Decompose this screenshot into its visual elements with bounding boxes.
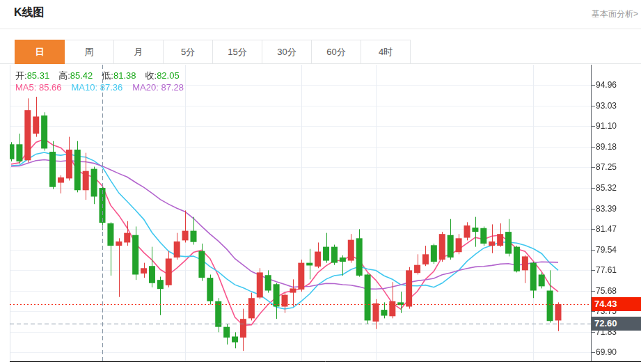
tab-4时[interactable]: 4时 bbox=[361, 40, 411, 64]
ma10-readout: MA10: 87.36 bbox=[72, 82, 123, 93]
kline-module: K线图 基本面分析> 日周月5分15分30分60分4时 开:85.31高:85.… bbox=[0, 0, 641, 364]
y-axis-label: 87.25 bbox=[596, 162, 617, 172]
tab-30分[interactable]: 30分 bbox=[262, 40, 312, 64]
low-label: 低: bbox=[102, 70, 113, 81]
tab-5分[interactable]: 5分 bbox=[164, 40, 213, 64]
crosshair-price-badge: 72.60 bbox=[592, 317, 641, 331]
y-axis-label: 69.90 bbox=[596, 347, 617, 357]
close-value: 82.05 bbox=[157, 70, 180, 81]
y-axis-label: 93.03 bbox=[596, 101, 617, 111]
tab-周[interactable]: 周 bbox=[65, 40, 114, 64]
tab-日[interactable]: 日 bbox=[15, 40, 65, 64]
y-axis-label: 85.32 bbox=[596, 183, 617, 193]
tab-月[interactable]: 月 bbox=[114, 40, 164, 64]
kline-canvas[interactable] bbox=[10, 65, 641, 362]
ma20-readout: MA20: 87.28 bbox=[132, 82, 184, 93]
open-label: 开: bbox=[15, 70, 27, 81]
period-tabs: 日周月5分15分30分60分4时 bbox=[15, 40, 411, 64]
close-label: 收: bbox=[145, 70, 157, 81]
y-axis-label: 81.47 bbox=[596, 224, 617, 234]
open-value: 85.31 bbox=[27, 70, 50, 81]
y-axis-label: 91.10 bbox=[596, 121, 617, 131]
tab-60分[interactable]: 60分 bbox=[312, 40, 361, 64]
y-axis-label: 79.54 bbox=[596, 245, 617, 255]
tab-15分[interactable]: 15分 bbox=[213, 40, 262, 64]
y-axis-label: 75.68 bbox=[596, 286, 617, 296]
high-label: 高: bbox=[58, 70, 70, 81]
page-title: K线图 bbox=[14, 6, 45, 20]
header-divider bbox=[0, 29, 641, 29]
low-value: 81.38 bbox=[113, 70, 136, 81]
y-axis-label: 77.61 bbox=[596, 265, 617, 275]
y-axis-label: 94.96 bbox=[596, 80, 617, 90]
ohlc-readout: 开:85.31高:85.42低:81.38收:82.05 bbox=[15, 70, 189, 82]
high-value: 85.42 bbox=[70, 70, 93, 81]
ma5-readout: MA5: 85.66 bbox=[15, 82, 62, 93]
fundamental-analysis-link[interactable]: 基本面分析> bbox=[592, 8, 638, 20]
ma-readout: MA5: 85.66MA10: 87.36MA20: 87.28 bbox=[15, 82, 193, 93]
y-axis-label: 89.18 bbox=[596, 142, 617, 152]
last-price-badge: 74.43 bbox=[592, 297, 641, 311]
y-axis-label: 83.39 bbox=[596, 204, 617, 214]
